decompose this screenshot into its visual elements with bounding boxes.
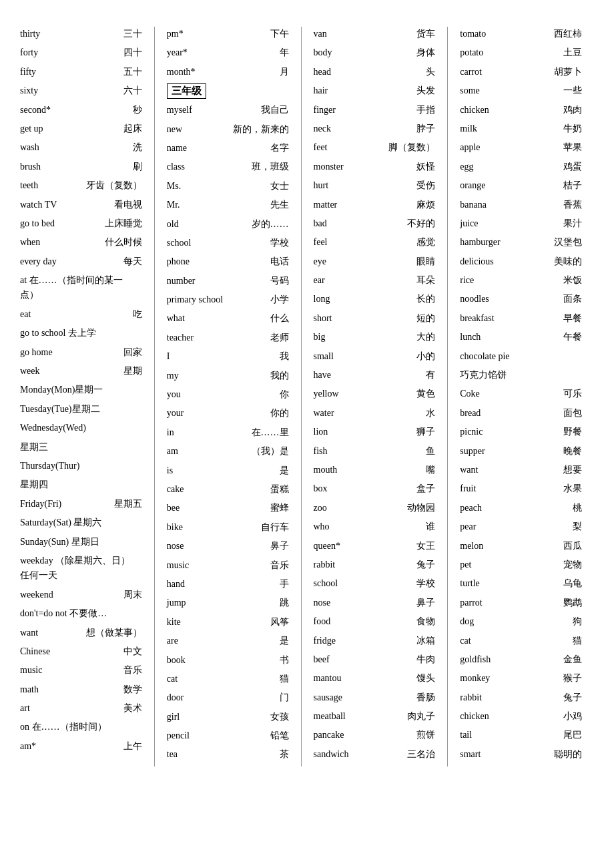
list-item: queen*女王 (314, 539, 436, 554)
list-item: goldfish金鱼 (460, 652, 582, 667)
list-item: feet脚（复数） (314, 140, 436, 155)
chinese-meaning: 尾巴 (563, 728, 582, 742)
list-item: myself我自己 (167, 103, 289, 118)
english-term: cake (167, 482, 270, 497)
chinese-meaning: 牛奶 (563, 122, 582, 136)
english-term: tail (460, 728, 563, 742)
chinese-meaning: 煎饼 (416, 728, 435, 742)
list-item: your你的 (167, 406, 289, 421)
list-item: at 在……（指时间的某一点） (20, 273, 142, 303)
english-term: weekday （除星期六、日）任何一天 (20, 554, 142, 584)
list-item: bee蜜蜂 (167, 501, 289, 515)
list-item: girl女孩 (167, 710, 289, 724)
chinese-meaning: 苹果 (563, 140, 582, 155)
english-term: feel (314, 235, 417, 250)
english-term: Saturday(Sat) 星期六 (20, 515, 142, 530)
list-item: what什么 (167, 311, 289, 326)
chinese-meaning: 吃 (133, 307, 142, 322)
chinese-meaning: 不好的 (407, 216, 435, 231)
english-term: teeth (20, 178, 86, 193)
chinese-meaning: 蜜蜂 (270, 501, 289, 515)
english-term: 星期三 (20, 440, 142, 455)
chinese-meaning: 周末 (123, 588, 142, 602)
english-term: mouth (314, 463, 426, 477)
chinese-meaning: 汉堡包 (554, 235, 582, 250)
list-item: teacher老师 (167, 331, 289, 345)
list-item: brush刷 (20, 160, 142, 174)
english-term: matter (314, 198, 417, 212)
chinese-meaning: 小的 (416, 349, 435, 364)
list-item: have有 (314, 368, 436, 383)
english-term: milk (460, 122, 563, 136)
chinese-meaning: 下午 (270, 27, 289, 41)
english-term: meatball (314, 709, 408, 724)
english-term: don't=do not 不要做… (20, 606, 142, 621)
english-term: fruit (460, 481, 563, 496)
list-item: Tuesday(Tue)星期二 (20, 402, 142, 417)
chinese-meaning: 狗 (573, 614, 582, 629)
english-term: pancake (314, 728, 417, 742)
chinese-meaning: 音乐 (123, 663, 142, 678)
english-term: I (167, 349, 280, 364)
list-item: Saturday(Sat) 星期六 (20, 515, 142, 530)
list-item: want想（做某事） (20, 626, 142, 640)
english-term: potato (460, 45, 563, 60)
section-header: 三年级 (167, 83, 206, 99)
list-item: name名字 (167, 141, 289, 156)
english-term: bike (167, 520, 261, 535)
english-term: sausage (314, 690, 417, 705)
list-item: lion狮子 (314, 425, 436, 439)
column-1: thirty三十forty四十fifty五十sixty六十second*秒get… (20, 27, 155, 767)
english-term: nose (167, 539, 270, 554)
english-term: goldfish (460, 652, 563, 667)
chinese-meaning: 号码 (270, 274, 289, 288)
english-term: short (314, 311, 417, 326)
chinese-meaning: 眼睛 (416, 254, 435, 269)
english-term: kite (167, 615, 270, 630)
list-item: Ms.女士 (167, 179, 289, 194)
chinese-meaning: 鸡蛋 (563, 160, 582, 174)
column-2: pm*下午year*年month*月三年级myself我自己new新的，新来的n… (155, 27, 302, 767)
english-term: Coke (460, 387, 563, 401)
list-item: go to bed上床睡觉 (20, 216, 142, 231)
chinese-meaning: 洗 (133, 140, 142, 155)
english-term: monkey (460, 671, 563, 686)
chinese-meaning: 受伤 (416, 178, 435, 193)
english-term: art (20, 701, 123, 716)
list-item: Sunday(Sun) 星期日 (20, 535, 142, 550)
chinese-meaning: 名字 (270, 141, 289, 156)
chinese-meaning: 鱼 (426, 444, 435, 459)
list-item: long长的 (314, 292, 436, 306)
english-term: big (314, 330, 417, 345)
list-item: milk牛奶 (460, 122, 582, 136)
list-item: second*秒 (20, 103, 142, 118)
chinese-meaning: 门 (280, 690, 289, 705)
list-item: van货车 (314, 27, 436, 41)
list-item: pencil铅笔 (167, 728, 289, 743)
english-term: body (314, 45, 417, 60)
english-term: what (167, 311, 270, 326)
list-item: yellow黄色 (314, 387, 436, 401)
chinese-meaning: 桃 (573, 501, 582, 515)
list-item: cake蛋糕 (167, 482, 289, 497)
chinese-meaning: 动物园 (407, 501, 435, 515)
list-item: Mr.先生 (167, 198, 289, 212)
english-term: smart (460, 747, 554, 762)
list-item: kite风筝 (167, 615, 289, 630)
english-term: want (20, 626, 86, 640)
english-term: chicken (460, 103, 563, 118)
list-item: some一些 (460, 83, 582, 98)
list-item: hurt受伤 (314, 178, 436, 193)
chinese-meaning: 我 (280, 349, 289, 364)
list-item: sixty六十 (20, 83, 142, 98)
english-term: Thursday(Thur) (20, 459, 142, 473)
chinese-meaning: 六十 (123, 83, 142, 98)
english-term: apple (460, 140, 563, 155)
english-term: chicken (460, 709, 563, 724)
list-item: primary school小学 (167, 292, 289, 307)
chinese-meaning: 脚（复数） (388, 140, 435, 155)
english-term: rabbit (460, 690, 563, 705)
chinese-meaning: 面条 (563, 292, 582, 306)
chinese-meaning: 先生 (270, 198, 289, 212)
list-item: dog狗 (460, 614, 582, 629)
